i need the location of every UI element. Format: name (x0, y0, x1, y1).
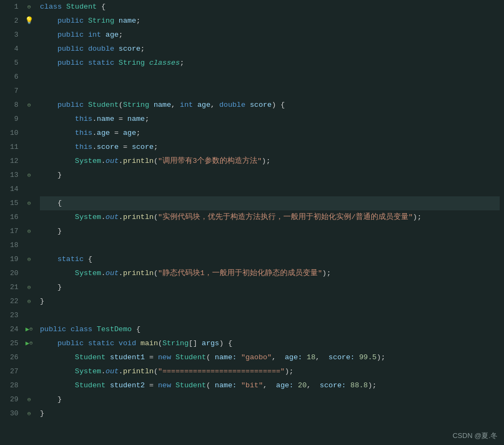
code-line-21: } (40, 280, 500, 295)
gutter-bulb-2[interactable]: 💡 (23, 14, 36, 28)
code-editor: 1 2 3 4 5 6 7 8 9 10 11 12 13 14 15 16 1… (0, 0, 504, 445)
gutter-fold-19[interactable]: ⊖ (23, 252, 36, 266)
code-line-11: this.score = score; (40, 140, 500, 154)
code-line-23 (40, 309, 500, 323)
gutter-fold-29[interactable]: ⊖ (23, 393, 36, 407)
code-content: class Student { public String name; publ… (36, 0, 504, 445)
run-icon-25: ▶ (25, 337, 29, 351)
bulb-icon: 💡 (25, 14, 33, 28)
gutter-fold-1[interactable]: ⊖ (23, 0, 36, 14)
gutter-fold-17[interactable]: ⊖ (23, 224, 36, 238)
code-line-26: Student student1 = new Student( name: "g… (40, 351, 500, 365)
fold-icon-8: ⊖ (28, 98, 31, 112)
gutter-run-24[interactable]: ▶ ⊖ (23, 323, 36, 337)
fold-icon-25: ⊖ (30, 337, 33, 351)
code-line-3: public int age; (40, 28, 500, 42)
fold-icon-29: ⊖ (28, 393, 31, 407)
gutter-fold-8[interactable]: ⊖ (23, 98, 36, 112)
gutter-fold-30[interactable]: ⊖ (23, 407, 36, 421)
code-line-4: public double score; (40, 42, 500, 56)
code-line-15: { (40, 196, 500, 210)
code-line-27: System.out.println("====================… (40, 365, 500, 379)
fold-icon-15: ⊖ (28, 196, 31, 210)
code-line-7 (40, 84, 500, 98)
run-icon-24: ▶ (25, 323, 29, 337)
code-line-5: public static String classes; (40, 56, 500, 70)
code-line-28: Student student2 = new Student( name: "b… (40, 379, 500, 393)
gutter-run-25[interactable]: ▶ ⊖ (23, 337, 36, 351)
fold-icon-17: ⊖ (28, 224, 31, 238)
code-line-2: public String name; (40, 14, 500, 28)
code-line-10: this.age = age; (40, 126, 500, 140)
code-line-25: public static void main(String[] args) { (40, 337, 500, 351)
code-line-24: public class TestDemo { (40, 323, 500, 337)
code-line-12: System.out.println("调用带有3个参数的构造方法"); (40, 154, 500, 168)
code-line-19: static { (40, 252, 500, 266)
code-line-13: } (40, 168, 500, 182)
code-line-22: } (40, 295, 500, 309)
code-line-6 (40, 70, 500, 84)
code-line-18 (40, 238, 500, 252)
code-line-29: } (40, 393, 500, 407)
fold-icon-13: ⊖ (28, 168, 31, 182)
fold-icon-24: ⊖ (30, 323, 33, 337)
fold-icon-21: ⊖ (28, 280, 31, 295)
code-line-17: } (40, 224, 500, 238)
code-line-20: System.out.println("静态代码块1，一般用于初始化静态的成员变… (40, 266, 500, 280)
fold-icon-22: ⊖ (28, 295, 31, 309)
gutter: ⊖ 💡 ⊖ (23, 0, 36, 445)
gutter-fold-15[interactable]: ⊖ (23, 196, 36, 210)
gutter-fold-22[interactable]: ⊖ (23, 295, 36, 309)
code-line-14 (40, 182, 500, 196)
gutter-fold-13[interactable]: ⊖ (23, 168, 36, 182)
code-line-30: } (40, 407, 500, 421)
code-line-8: public Student(String name, int age, dou… (40, 98, 500, 112)
watermark: CSDN @夏.冬 (453, 431, 498, 441)
fold-icon-30: ⊖ (28, 407, 31, 421)
gutter-fold-21[interactable]: ⊖ (23, 280, 36, 295)
code-line-9: this.name = name; (40, 112, 500, 126)
code-line-16: System.out.println("实例代码块，优先于构造方法执行，一般用于… (40, 210, 500, 224)
fold-icon-19: ⊖ (28, 252, 31, 266)
code-line-1: class Student { (40, 0, 500, 14)
line-numbers: 1 2 3 4 5 6 7 8 9 10 11 12 13 14 15 16 1… (0, 0, 23, 445)
fold-icon-1: ⊖ (28, 0, 31, 14)
